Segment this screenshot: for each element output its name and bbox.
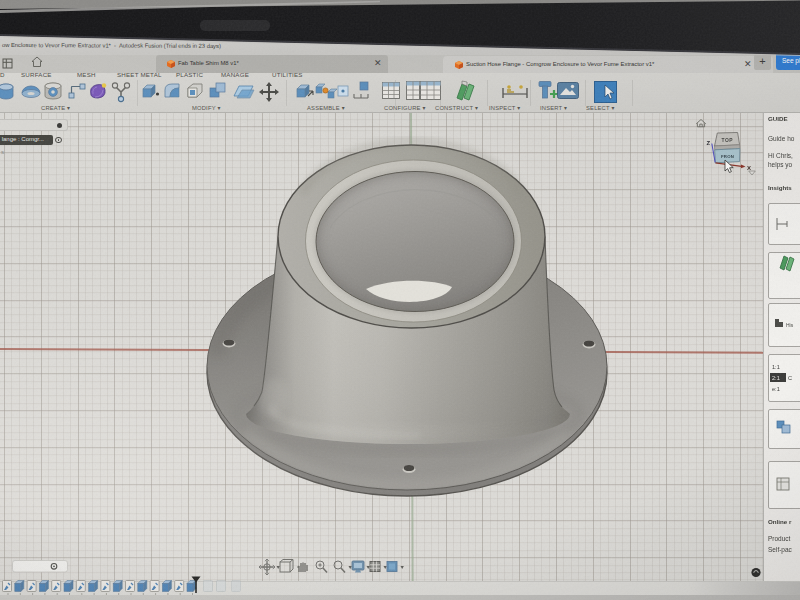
svg-text:X: X bbox=[747, 165, 751, 171]
svg-text:1:1: 1:1 bbox=[772, 364, 780, 370]
svg-text:His: His bbox=[786, 322, 794, 328]
svg-text:TOP: TOP bbox=[721, 138, 733, 143]
svg-text:Z: Z bbox=[707, 140, 711, 146]
svg-text:FRON: FRON bbox=[721, 154, 734, 159]
svg-text:e:1: e:1 bbox=[772, 386, 780, 392]
svg-text:C: C bbox=[788, 375, 792, 381]
svg-text:2:1: 2:1 bbox=[772, 375, 780, 381]
